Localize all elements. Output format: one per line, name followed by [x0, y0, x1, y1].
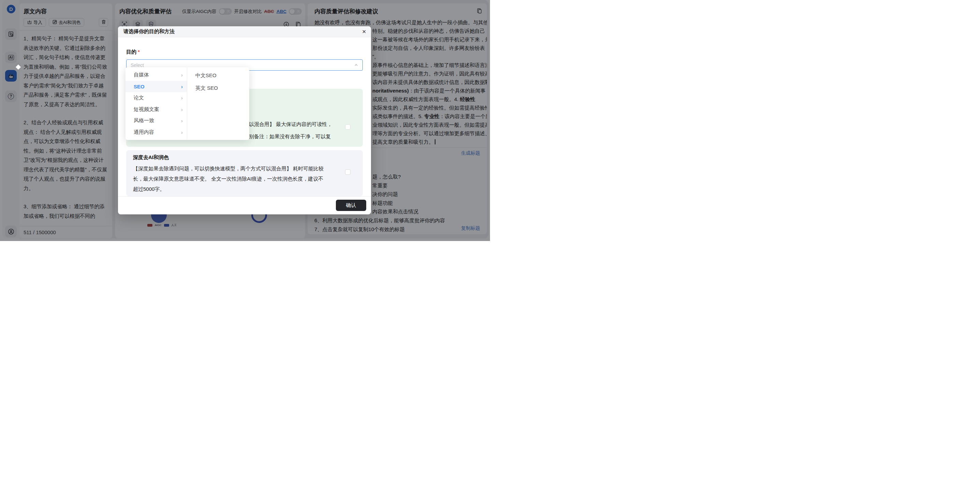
purpose-submenu: 中文SEO英文 SEO [187, 67, 249, 140]
deep-deai-option-card[interactable]: 深度去AI和润色 【深度如果去除遇到问题，可以切换快速模型，两个方式可以混合用】… [126, 150, 363, 196]
quick-option-text-line1: 以混合用】 最大保证内容的可读性， [249, 121, 332, 128]
modal-footer: 确认 [118, 196, 371, 214]
purpose-dropdown: 自媒体›SEO›论文›短视频文案›风格一致›通用内容› 中文SEO英文 SEO [126, 67, 249, 140]
submenu-item-中文SEO[interactable]: 中文SEO [187, 69, 249, 82]
menu-item-论文[interactable]: 论文› [126, 92, 187, 104]
menu-item-风格一致[interactable]: 风格一致› [126, 115, 187, 127]
menu-item-通用内容[interactable]: 通用内容› [126, 127, 187, 138]
menu-item-SEO[interactable]: SEO› [126, 81, 187, 93]
menu-item-label: SEO [134, 84, 145, 89]
menu-item-label: 短视频文案 [134, 106, 159, 113]
chevron-right-icon: › [181, 84, 183, 89]
chevron-right-icon: › [181, 95, 183, 101]
menu-item-label: 自媒体 [134, 72, 149, 78]
purpose-label: 目的 [126, 49, 137, 54]
menu-item-label: 论文 [134, 94, 144, 101]
menu-item-label: 通用内容 [134, 129, 154, 136]
chevron-right-icon: › [181, 118, 183, 124]
chevron-up-icon [354, 63, 358, 67]
menu-item-自媒体[interactable]: 自媒体› [126, 69, 187, 81]
chevron-right-icon: › [181, 72, 183, 78]
menu-item-短视频文案[interactable]: 短视频文案› [126, 104, 187, 115]
modal-title: 请选择你的目的和方法 [123, 28, 175, 35]
deep-option-checkbox[interactable] [345, 169, 350, 175]
quick-option-checkbox[interactable] [345, 124, 350, 130]
deep-option-description: 【深度如果去除遇到问题，可以切换快速模型，两个方式可以混合用】 耗时可能比较长，… [133, 163, 325, 194]
chevron-right-icon: › [181, 107, 183, 112]
submenu-item-英文 SEO[interactable]: 英文 SEO [187, 82, 249, 94]
confirm-button[interactable]: 确认 [336, 200, 366, 211]
required-mark: * [138, 49, 140, 54]
quick-option-text-line2: 别备注：如果没有去除干净，可以复 [249, 134, 331, 140]
purpose-menu: 自媒体›SEO›论文›短视频文案›风格一致›通用内容› [126, 67, 187, 140]
chevron-right-icon: › [181, 129, 183, 135]
menu-item-label: 风格一致 [134, 117, 154, 124]
deep-option-title: 深度去AI和润色 [133, 154, 325, 161]
close-icon[interactable]: ✕ [362, 29, 366, 34]
